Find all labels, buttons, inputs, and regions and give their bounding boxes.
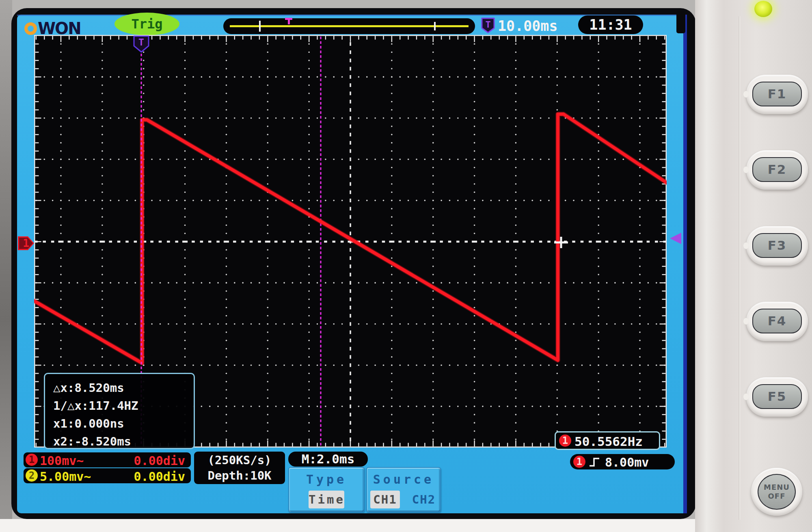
f4-button[interactable]: F4 (746, 302, 808, 341)
f1-button-cap[interactable]: F1 (752, 82, 802, 106)
cursor-x2: x2:-8.520ms (53, 433, 194, 450)
measured-frequency-value: 50.5562Hz (574, 434, 643, 449)
menu-off-button-cap[interactable]: MENU OFF (758, 474, 796, 510)
menu-source-label: Source (367, 472, 440, 487)
ch1-scale: 100mv~ (40, 454, 84, 468)
power-led (754, 1, 772, 17)
owon-logo: WON (24, 20, 81, 37)
battery-icon (676, 11, 685, 33)
photo-background-bottom (0, 519, 695, 532)
trigger-offset-icon: T (480, 17, 497, 33)
trigger-source-icon: 1 (573, 456, 585, 468)
f2-button[interactable]: F2 (746, 150, 808, 190)
ch1-badge-icon: 1 (559, 435, 571, 447)
f5-button-cap[interactable]: F5 (752, 384, 802, 409)
menu-source-ch2[interactable]: CH2 (409, 491, 439, 508)
window-left-marker (259, 21, 261, 32)
f3-button[interactable]: F3 (746, 226, 808, 266)
svg-text:T: T (138, 37, 144, 48)
ch2-number-icon: 2 (26, 469, 38, 482)
f1-nub (743, 91, 749, 97)
menu-source-ch1[interactable]: CH1 (370, 491, 400, 508)
bezel-groove (739, 16, 740, 520)
cursor-x1: x1:0.000ns (53, 415, 194, 433)
main-timebase-badge: M:2.0ms (288, 452, 368, 467)
menu-type-value[interactable]: Time (309, 491, 344, 508)
svg-text:T: T (485, 19, 490, 30)
trigger-settings-badge: 1 8.00mv (570, 454, 675, 469)
right-bezel: F1 F2 F3 F4 F5 MENU OFF (695, 0, 812, 532)
measured-frequency-badge: 1 50.5562Hz (555, 431, 660, 450)
f3-button-cap[interactable]: F3 (752, 233, 802, 258)
photo-background-left (0, 0, 12, 532)
menu-type-button[interactable]: Type Time (288, 467, 365, 513)
clock: 11:31 (578, 15, 643, 34)
f4-button-cap[interactable]: F4 (752, 309, 802, 333)
ch1-position: 0.00div (134, 454, 185, 468)
acquisition-info-box: (250KS/s) Depth:10K (194, 452, 285, 484)
trigger-level-value: 8.00mv (605, 455, 649, 469)
f3-nub (743, 242, 749, 249)
ch2-position: 0.00div (134, 469, 185, 484)
trig-status-badge: Trig (114, 13, 179, 35)
f2-nub (743, 167, 749, 173)
rising-edge-icon (589, 456, 601, 467)
screen-right-edge (683, 15, 687, 513)
window-center-marker (434, 22, 436, 30)
f2-button-cap[interactable]: F2 (752, 157, 802, 182)
cursor-inverse-delta-x: 1/△x:117.4HZ (53, 397, 194, 415)
menu-off-line2: OFF (758, 492, 795, 501)
ch2-scale: 5.00mv~ (40, 469, 91, 484)
menu-source-button[interactable]: Source CH1 CH2 (366, 467, 441, 513)
trigger-offset-value: 10.00ms (498, 18, 558, 34)
cursor-delta-x: △x:8.520ms (53, 379, 194, 397)
menu-off-button[interactable]: MENU OFF (751, 468, 802, 516)
ch1-number-icon: 1 (26, 454, 38, 466)
menu-type-label: Type (289, 472, 364, 487)
trigger-level-arrow-icon[interactable] (670, 233, 681, 244)
cursor-measurement-panel: △x:8.520ms 1/△x:117.4HZ x1:0.000ns x2:-8… (44, 373, 195, 449)
f4-nub (743, 318, 749, 324)
f1-button[interactable]: F1 (746, 75, 808, 114)
record-extent-line (230, 25, 469, 27)
ch2-settings-row: 2 5.00mv~ 0.00div (24, 468, 191, 483)
menu-off-line1: MENU (758, 483, 795, 492)
ch1-settings-row: 1 100mv~ 0.00div (24, 452, 191, 467)
sample-rate: (250KS/s) (194, 452, 285, 468)
oscilloscope-photo: WON Trig T 10.00ms 11:31 T 1 △x:8.520ms … (0, 0, 812, 532)
f5-button[interactable]: F5 (746, 377, 808, 417)
horizontal-position-bar[interactable] (223, 18, 475, 34)
trigger-position-icon-stem (288, 20, 290, 24)
owon-logo-o-icon (24, 22, 37, 35)
memory-depth: Depth:10K (194, 468, 285, 483)
f5-nub (743, 394, 749, 400)
